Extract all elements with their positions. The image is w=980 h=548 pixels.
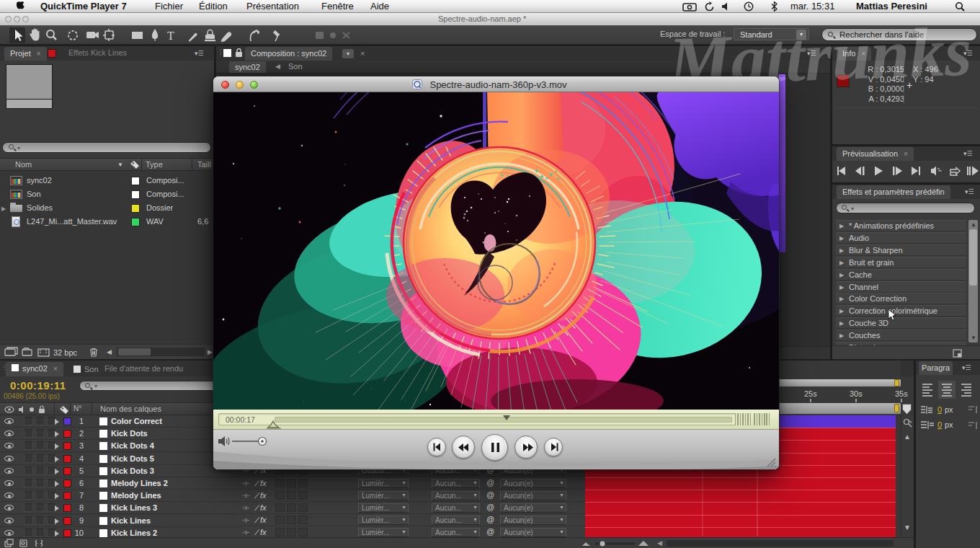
svg-text:T: T	[167, 30, 174, 42]
svg-text:32 bpc: 32 bpc	[53, 348, 78, 357]
